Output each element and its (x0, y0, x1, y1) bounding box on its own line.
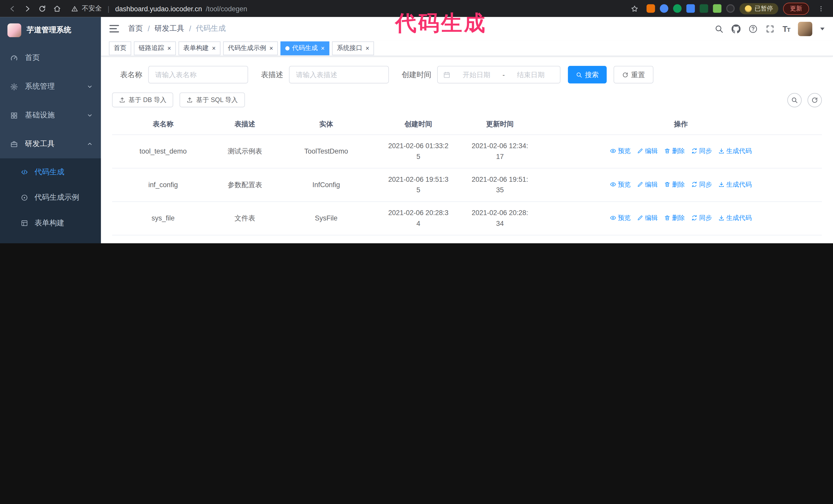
reset-button[interactable]: 重置 (614, 66, 653, 83)
bookmark-star-button[interactable] (628, 2, 642, 16)
chevron-down-icon (87, 84, 93, 89)
create-time-label: 创建时间 (402, 70, 431, 79)
paused-badge[interactable]: 已暂停 (739, 3, 778, 14)
extension-icon-green-circle[interactable] (673, 4, 681, 13)
tab-close-icon[interactable]: × (365, 45, 369, 51)
delete-link[interactable]: 删除 (664, 213, 685, 223)
import-sql-button[interactable]: 基于 SQL 导入 (180, 93, 244, 107)
browser-forward-button[interactable] (20, 2, 34, 16)
gear-icon (10, 82, 18, 91)
tab-codegen[interactable]: 代码生成× (280, 41, 329, 55)
edit-link[interactable]: 编辑 (637, 146, 658, 156)
table-row: inf_job定时任务表InfJob2021-02-07 06:39:34202… (112, 235, 822, 243)
tab-close-icon[interactable]: × (269, 45, 273, 51)
date-range-separator: - (502, 71, 505, 79)
toggle-search-button[interactable] (787, 93, 802, 107)
table-row: sys_file文件表SysFile2021-02-06 20:28:34202… (112, 202, 822, 235)
search-button[interactable]: 搜索 (568, 66, 607, 83)
generate-code-link[interactable]: 生成代码 (718, 179, 752, 189)
extension-icon-paw[interactable] (726, 4, 734, 13)
tab-codegen-example[interactable]: 代码生成示例× (223, 41, 278, 55)
sidebar-subitem-label: 表单构建 (34, 218, 64, 228)
sidebar-subitem-system-api[interactable]: 系统接口 (0, 236, 101, 243)
sync-link[interactable]: 同步 (691, 146, 712, 156)
table-desc-input[interactable] (289, 66, 389, 83)
tab-close-icon[interactable]: × (321, 45, 325, 51)
extension-icon-people[interactable] (686, 4, 695, 13)
browser-menu-button[interactable] (814, 2, 828, 16)
extension-icon-light-green[interactable] (713, 4, 721, 13)
avatar-caret-icon[interactable] (820, 27, 825, 30)
sidebar-submenu: 代码生成代码生成示例表单构建系统接口数据库文档 (0, 159, 101, 243)
updated-time-cell: 2021-02-07 06:46:56 (460, 235, 540, 243)
sidebar-subitem-codegen[interactable]: 代码生成 (0, 160, 101, 185)
sync-link[interactable]: 同步 (691, 213, 712, 223)
tab-trace[interactable]: 链路追踪× (134, 41, 176, 55)
entity-cell: InfJob (276, 235, 377, 243)
edit-link[interactable]: 编辑 (637, 213, 658, 223)
refresh-table-button[interactable] (808, 93, 822, 107)
delete-link-label: 删除 (672, 146, 685, 156)
logo-avatar (7, 23, 21, 37)
github-icon[interactable] (732, 24, 740, 33)
browser-back-button[interactable] (5, 2, 19, 16)
hamburger-icon[interactable] (110, 25, 119, 32)
generate-code-link-label: 生成代码 (726, 146, 752, 156)
user-avatar[interactable] (798, 22, 812, 36)
end-date-placeholder: 结束日期 (507, 70, 555, 79)
reset-button-label: 重置 (631, 70, 645, 79)
column-header-actions: 操作 (540, 114, 822, 135)
edit-icon (637, 215, 643, 221)
generate-code-link[interactable]: 生成代码 (718, 213, 752, 223)
sidebar-item-home[interactable]: 首页 (0, 44, 101, 72)
extension-icon-blue-drop[interactable] (660, 4, 668, 13)
tab-system-api[interactable]: 系统接口× (332, 41, 374, 55)
edit-link[interactable]: 编辑 (637, 179, 658, 189)
tab-close-icon[interactable]: × (167, 45, 171, 51)
star-icon (630, 5, 639, 13)
browser-home-button[interactable] (50, 2, 64, 16)
sidebar-item-system-management[interactable]: 系统管理 (0, 72, 101, 101)
font-size-icon[interactable]: TT (783, 24, 790, 33)
kebab-menu-icon (817, 5, 824, 12)
fullscreen-icon[interactable] (766, 24, 775, 33)
updated-time-cell: 2021-02-06 20:28:34 (460, 202, 540, 235)
table-desc-cell: 定时任务表 (214, 235, 276, 243)
delete-icon (664, 148, 670, 154)
delete-link[interactable]: 删除 (664, 179, 685, 189)
tab-close-icon[interactable]: × (212, 45, 216, 51)
preview-link[interactable]: 预览 (610, 179, 630, 189)
start-date-placeholder: 开始日期 (453, 70, 500, 79)
sidebar-item-infrastructure[interactable]: 基础设施 (0, 101, 101, 130)
column-header-table-name: 表名称 (112, 114, 214, 135)
preview-link[interactable]: 预览 (610, 146, 630, 156)
table-name-input[interactable] (148, 66, 248, 83)
generate-code-link-label: 生成代码 (726, 213, 752, 223)
tab-form-builder[interactable]: 表单构建× (178, 41, 220, 55)
help-icon[interactable] (749, 24, 758, 33)
sidebar-subitem-form-builder[interactable]: 表单构建 (0, 211, 101, 236)
import-db-button[interactable]: 基于 DB 导入 (112, 93, 173, 107)
app-frame: 芋道管理系统 首页系统管理基础设施研发工具代码生成代码生成示例表单构建系统接口数… (0, 17, 833, 243)
delete-link[interactable]: 删除 (664, 146, 685, 156)
created-time-cell: 2021-02-06 19:51:35 (377, 168, 460, 202)
header-search-icon[interactable] (715, 24, 723, 33)
sync-link[interactable]: 同步 (691, 179, 712, 189)
sidebar-logo[interactable]: 芋道管理系统 (0, 17, 101, 44)
date-range-picker[interactable]: 开始日期 - 结束日期 (437, 66, 561, 83)
extension-icon-orange[interactable] (646, 4, 654, 13)
generate-code-link[interactable]: 生成代码 (718, 146, 752, 156)
address-bar[interactable]: 不安全 | dashboard.yudao.iocoder.cn/tool/co… (71, 4, 627, 13)
breadcrumb-item-home[interactable]: 首页 (128, 24, 143, 33)
preview-link[interactable]: 预览 (610, 213, 630, 223)
browser-update-button[interactable]: 更新 (783, 2, 809, 15)
column-header-entity: 实体 (276, 114, 377, 135)
column-header-table-desc: 表描述 (214, 114, 276, 135)
browser-reload-button[interactable] (35, 2, 49, 16)
extension-icon-dark-green[interactable] (699, 4, 708, 13)
breadcrumb-item-dev-tools[interactable]: 研发工具 (154, 24, 184, 33)
filter-create-time: 创建时间 开始日期 - 结束日期 (402, 66, 561, 83)
tab-home[interactable]: 首页 (109, 41, 131, 55)
sidebar-item-dev-tools[interactable]: 研发工具 (0, 130, 101, 159)
sidebar-subitem-codegen-example[interactable]: 代码生成示例 (0, 185, 101, 210)
